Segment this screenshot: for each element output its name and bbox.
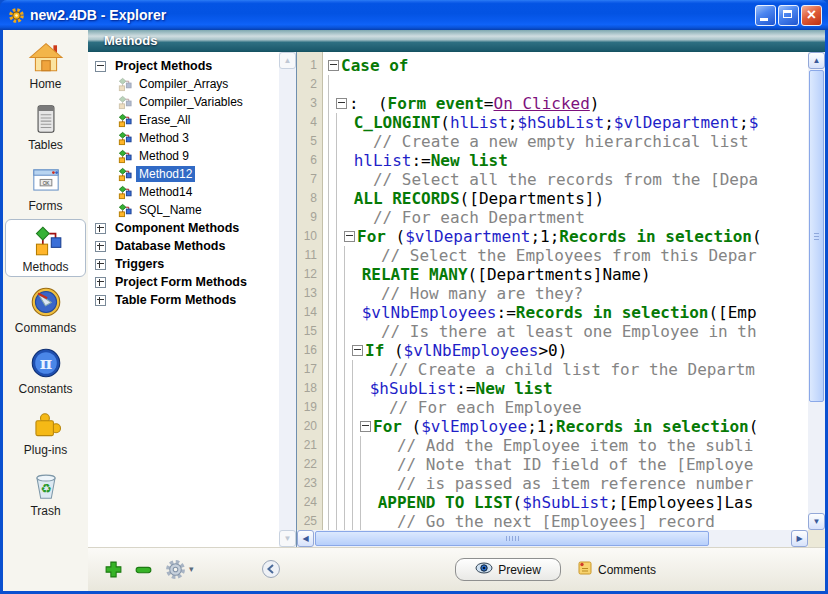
horizontal-scroll-thumb[interactable] (315, 531, 709, 546)
tree-category-component-methods[interactable]: Component Methods (88, 219, 279, 237)
fold-minus-icon[interactable] (328, 60, 339, 71)
vertical-scroll-thumb[interactable] (809, 70, 824, 402)
sidebar-item-methods[interactable]: Methods (5, 219, 86, 277)
code-line: APPEND TO LIST($hSubList;[Employees]Las (328, 493, 808, 512)
scroll-down-icon[interactable]: ▼ (279, 530, 296, 547)
fold-minus-icon[interactable] (336, 98, 347, 109)
tree-item-sql-name[interactable]: SQL_Name (88, 201, 279, 219)
method-icon (117, 203, 132, 218)
expand-icon[interactable] (95, 223, 106, 234)
tree-category-table-form-methods[interactable]: Table Form Methods (88, 291, 279, 309)
tree-item-compiler-variables[interactable]: Compiler_Variables (88, 93, 279, 111)
indent-guide (328, 151, 336, 170)
line-number: 8 (297, 189, 322, 208)
indent-guide (352, 474, 360, 493)
code-token (352, 246, 381, 265)
plugins-icon (28, 406, 64, 442)
indent-guide (336, 455, 344, 474)
editor-vertical-scrollbar[interactable]: ▲ ▼ (808, 52, 825, 530)
eye-icon (475, 562, 493, 577)
scroll-up-icon[interactable]: ▲ (279, 52, 296, 69)
indent-guide (328, 284, 336, 303)
sidebar-item-constants[interactable]: πConstants (5, 341, 86, 399)
close-button[interactable] (801, 5, 822, 26)
tree-category-project-form-methods[interactable]: Project Form Methods (88, 273, 279, 291)
line-number: 3 (297, 94, 322, 113)
collapse-icon[interactable] (95, 61, 106, 72)
preview-button[interactable]: Preview (455, 558, 561, 581)
indent-guide (328, 493, 336, 512)
method-icon (117, 149, 132, 164)
code-token: $vlDepartment (405, 227, 530, 246)
sidebar-item-trash[interactable]: ♻Trash (5, 463, 86, 521)
fold-minus-icon[interactable] (352, 345, 363, 356)
indent-guide (328, 303, 336, 322)
sidebar-item-commands[interactable]: Commands (5, 280, 86, 338)
tree-item-compiler-arrays[interactable]: Compiler_Arrays (88, 75, 279, 93)
indent-guide (344, 474, 352, 493)
add-method-button[interactable] (104, 560, 123, 583)
sidebar-item-label: Constants (6, 382, 85, 396)
fold-minus-icon[interactable] (360, 421, 371, 432)
code-line: // Select the Employees from this Depar (328, 246, 808, 265)
remove-method-button[interactable] (134, 560, 153, 583)
expand-icon[interactable] (95, 295, 106, 306)
sidebar-item-label: Forms (6, 199, 85, 213)
tree-scrollbar[interactable]: ▲ ▼ (279, 52, 296, 547)
code-token: // Add the Employee item to the subli (397, 436, 753, 455)
code-token: ( (513, 493, 523, 512)
code-token: New list (431, 151, 508, 170)
indent-guide (344, 322, 352, 341)
code-token: ;1; (530, 227, 559, 246)
sidebar-item-plug-ins[interactable]: Plug-ins (5, 402, 86, 460)
code-area[interactable]: Case of: (Form event=On Clicked) C_LONGI… (323, 52, 808, 530)
tree-item-method-3[interactable]: Method 3 (88, 129, 279, 147)
tree-category-triggers[interactable]: Triggers (88, 255, 279, 273)
code-token: ; (508, 113, 518, 132)
expand-icon[interactable] (95, 259, 106, 270)
code-token: Records in selection (516, 303, 709, 322)
tree-item-method12[interactable]: Method12 (88, 165, 279, 183)
settings-caret-icon[interactable]: ▾ (189, 564, 194, 574)
comments-toggle[interactable]: Comments (577, 560, 656, 579)
sidebar-item-forms[interactable]: OKForms (5, 158, 86, 216)
sidebar-item-tables[interactable]: Tables (5, 97, 86, 155)
expand-icon[interactable] (95, 241, 106, 252)
tree-item-method14[interactable]: Method14 (88, 183, 279, 201)
tree-category-project-methods[interactable]: Project Methods (88, 57, 279, 75)
settings-button[interactable] (165, 559, 186, 584)
maximize-button[interactable] (778, 5, 799, 26)
sidebar-item-home[interactable]: Home (5, 36, 86, 94)
scroll-up-icon[interactable]: ▲ (808, 52, 825, 69)
tree-item-erase-all[interactable]: Erase_All (88, 111, 279, 129)
method-icon (117, 131, 132, 146)
code-line: For ($vlDepartment;1;Records in selectio… (328, 227, 808, 246)
fold-minus-icon[interactable] (344, 231, 355, 242)
code-token: For (373, 417, 402, 436)
indent-guide (328, 170, 336, 189)
scroll-down-icon[interactable]: ▼ (808, 513, 825, 530)
indent-guide (328, 379, 336, 398)
scroll-right-icon[interactable]: ▶ (791, 530, 808, 547)
indent-guide (344, 284, 352, 303)
code-token (352, 265, 362, 284)
indent-guide (352, 417, 360, 436)
minimize-button[interactable] (755, 5, 776, 26)
scroll-left-icon[interactable]: ◀ (297, 530, 314, 547)
code-token: Form event (388, 94, 484, 113)
collapse-sidebar-button[interactable] (261, 559, 281, 583)
tree-label: Component Methods (112, 220, 242, 236)
line-number: 7 (297, 170, 322, 189)
indent-guide (360, 493, 368, 512)
editor-horizontal-scrollbar[interactable]: ◀ ▶ (297, 530, 825, 547)
tree-label: Table Form Methods (112, 292, 239, 308)
method-icon-faded (117, 77, 132, 92)
tree-category-database-methods[interactable]: Database Methods (88, 237, 279, 255)
line-number: 14 (297, 303, 322, 322)
code-line: $hSubList:=New list (328, 379, 808, 398)
expand-icon[interactable] (95, 277, 106, 288)
tree-label: Method14 (136, 184, 195, 200)
tree-item-method-9[interactable]: Method 9 (88, 147, 279, 165)
indent-guide (336, 113, 344, 132)
indent-guide (352, 398, 360, 417)
